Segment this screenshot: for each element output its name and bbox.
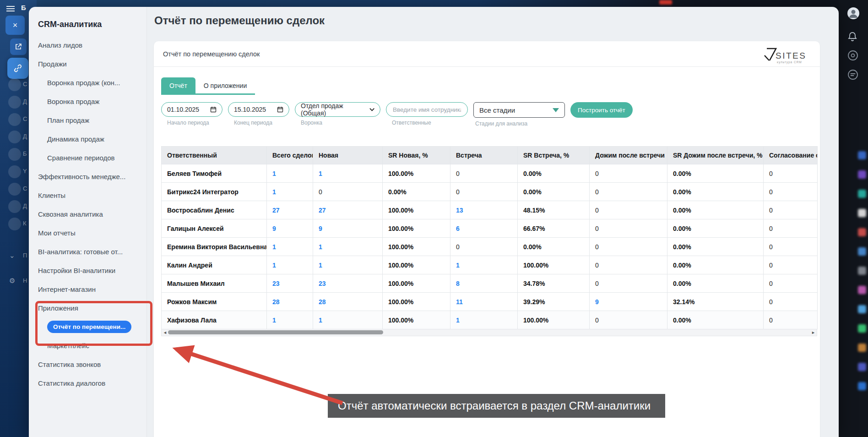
pinned-app-icon[interactable] — [858, 363, 866, 371]
deal-count-link[interactable]: 9 — [595, 298, 599, 306]
rail-menu-badge[interactable] — [8, 200, 21, 213]
deal-count-link[interactable]: 6 — [456, 225, 460, 232]
pinned-app-icon[interactable] — [858, 324, 866, 333]
sidebar-item-4[interactable]: План продаж — [29, 111, 146, 130]
deal-count-link[interactable]: 1 — [456, 317, 460, 324]
support-button[interactable] — [847, 49, 859, 63]
deal-count-link[interactable]: 28 — [319, 298, 326, 306]
sidebar-item-18[interactable]: Статистика диалогов — [29, 374, 146, 393]
value-cell: 0 — [764, 164, 818, 183]
sidebar-item-3[interactable]: Воронка продаж — [29, 92, 146, 111]
sidebar-item-17[interactable]: Статистика звонков — [29, 355, 146, 374]
sidebar-item-9[interactable]: Сквозная аналитика — [29, 205, 146, 224]
sidebar-item-13[interactable]: Интернет-магазин — [29, 280, 146, 299]
pinned-app-icon[interactable] — [858, 170, 866, 179]
tab-about[interactable]: О приложении — [195, 77, 255, 93]
bell-icon — [847, 31, 858, 42]
responsible-input[interactable] — [392, 106, 462, 114]
sidebar-item-8[interactable]: Клиенты — [29, 186, 146, 205]
scrollbar-thumb[interactable] — [168, 330, 383, 334]
deal-count-link[interactable]: 28 — [272, 298, 280, 306]
stages-select[interactable]: Все стадии — [473, 102, 565, 118]
sidebar-item-6[interactable]: Сравнение периодов — [29, 148, 146, 167]
menu-hamburger-icon[interactable] — [6, 6, 15, 11]
rail-menu-badge[interactable] — [8, 148, 21, 161]
sidebar-item-5[interactable]: Динамика продаж — [29, 130, 146, 148]
sidebar-item-12[interactable]: Настройки BI-аналитики — [29, 261, 146, 280]
user-avatar[interactable] — [847, 7, 860, 22]
pinned-app-icon[interactable] — [858, 209, 866, 217]
start-date-input[interactable]: 01.10.2025 — [161, 102, 222, 117]
end-date-input[interactable]: 15.10.2025 — [228, 102, 289, 117]
sidebar-item-15[interactable]: Отчёт по перемещени... — [29, 317, 146, 336]
sidebar-item-10[interactable]: Мои отчеты — [29, 224, 146, 242]
rail-menu-badge[interactable] — [8, 183, 21, 196]
rail-menu-badge[interactable] — [8, 78, 21, 91]
deal-count-link[interactable]: 11 — [456, 298, 463, 306]
deal-count-link[interactable]: 13 — [456, 207, 463, 214]
notifications-button[interactable] — [847, 31, 858, 44]
responsible-name-cell: Калин Андрей — [162, 256, 267, 274]
scroll-right-arrow-icon[interactable]: ► — [811, 330, 815, 335]
rail-menu-badge[interactable] — [8, 218, 21, 230]
rail-menu-badge[interactable] — [8, 113, 21, 126]
value-cell: 0 — [764, 311, 818, 329]
sidebar-active-pill[interactable]: Отчёт по перемещени... — [47, 321, 131, 333]
messenger-button[interactable] — [847, 69, 859, 82]
value-cell: 1 — [267, 238, 313, 256]
deal-count-link[interactable]: 8 — [456, 280, 460, 287]
gear-icon[interactable]: ⚙ — [9, 277, 15, 285]
deal-count-link[interactable]: 9 — [319, 225, 322, 232]
deal-count-link[interactable]: 27 — [272, 207, 280, 214]
deal-count-link[interactable]: 23 — [272, 280, 280, 287]
scroll-left-arrow-icon[interactable]: ◄ — [163, 330, 167, 335]
deal-count-link[interactable]: 1 — [272, 170, 276, 177]
funnel-select[interactable]: Отдел продаж (Общая) — [295, 102, 380, 117]
pinned-app-icon[interactable] — [858, 382, 866, 390]
value-cell: 0.00% — [518, 238, 590, 256]
value-cell: 0 — [590, 256, 667, 274]
pinned-app-icon[interactable] — [858, 247, 866, 256]
deal-count-link[interactable]: 1 — [272, 188, 276, 196]
deal-count-link[interactable]: 1 — [272, 262, 276, 269]
annotation-callout: Отчёт автоматически встраивается в разде… — [328, 394, 665, 418]
pinned-app-icon[interactable] — [858, 286, 866, 294]
sidebar-item-2[interactable]: Воронка продаж (кон... — [29, 73, 146, 92]
deal-count-link[interactable]: 1 — [319, 170, 322, 177]
sidebar-item-14[interactable]: Приложения — [29, 299, 146, 317]
pinned-app-icon[interactable] — [858, 305, 866, 313]
deal-count-link[interactable]: 1 — [272, 317, 276, 324]
app-link-icon[interactable] — [7, 58, 28, 79]
horizontal-scrollbar[interactable]: ◄ ► — [161, 329, 817, 336]
open-external-icon[interactable] — [10, 38, 27, 55]
sidebar-item-16[interactable]: Маркетплейс — [29, 336, 146, 355]
deal-count-link[interactable]: 1 — [272, 243, 276, 251]
rail-menu-badge[interactable] — [8, 96, 21, 109]
sidebar-item-11[interactable]: BI-аналитика: готовые от... — [29, 242, 146, 261]
deal-count-link[interactable]: 27 — [319, 207, 326, 214]
build-report-button[interactable]: Построить отчёт — [570, 102, 633, 118]
sidebar-item-0[interactable]: Анализ лидов — [29, 36, 146, 55]
pinned-app-icon[interactable] — [858, 228, 866, 236]
value-cell: 1 — [267, 183, 313, 201]
pinned-app-icon[interactable] — [858, 190, 866, 198]
sidebar-item-1[interactable]: Продажи — [29, 55, 146, 73]
sidebar-item-7[interactable]: Эффективность менедже... — [29, 167, 146, 186]
deal-count-link[interactable]: 23 — [319, 280, 326, 287]
pinned-app-icon[interactable] — [858, 344, 866, 352]
rail-menu-badge[interactable] — [8, 165, 21, 178]
chevron-icon[interactable]: ⌄ — [9, 251, 15, 260]
pinned-app-icon[interactable] — [858, 267, 866, 275]
value-cell: 6 — [450, 219, 518, 238]
filter-bar: 01.10.2025 Начало периода 15.10.2025 — [161, 102, 820, 127]
deal-count-link[interactable]: 1 — [319, 243, 322, 251]
deal-count-link[interactable]: 1 — [456, 262, 460, 269]
rail-menu-badge[interactable] — [8, 131, 21, 143]
tab-report[interactable]: Отчёт — [161, 77, 195, 93]
deal-count-link[interactable]: 9 — [272, 225, 276, 232]
start-date-label: Начало периода — [167, 120, 209, 126]
deal-count-link[interactable]: 1 — [319, 262, 322, 269]
deal-count-link[interactable]: 1 — [319, 317, 322, 324]
close-slider-button[interactable]: × — [5, 16, 25, 35]
pinned-app-icon[interactable] — [858, 151, 866, 159]
